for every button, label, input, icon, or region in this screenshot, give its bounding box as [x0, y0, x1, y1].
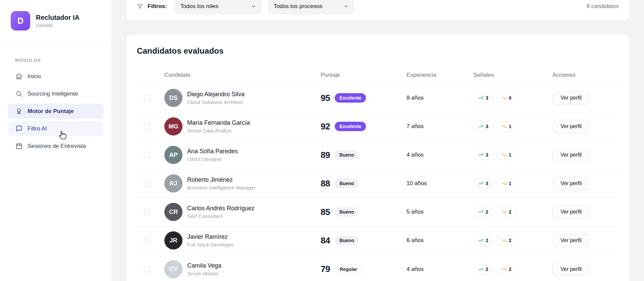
row-checkbox[interactable]	[144, 209, 150, 215]
view-profile-button[interactable]: Ver perfil	[552, 148, 590, 162]
role-filter-dropdown[interactable]: Todos los roles	[174, 0, 262, 14]
col-senales: Señales	[473, 72, 552, 78]
trending-up-icon	[478, 124, 483, 129]
col-acciones: Acciones	[552, 72, 619, 78]
score-value: 79	[321, 264, 330, 274]
sidebar-item-label: Sesiones de Entrevista	[28, 143, 86, 150]
signal-up-count: 2	[486, 238, 488, 243]
sidebar-item-sourcing-inteligente[interactable]: Sourcing Inteligente	[8, 86, 103, 101]
brand: D Reclutador IA Deloitte	[0, 0, 111, 43]
signal-down-count: 0	[509, 95, 512, 101]
signal-up-count: 2	[486, 267, 488, 272]
signal-up-chip: 3	[473, 178, 493, 188]
row-checkbox[interactable]	[144, 95, 150, 101]
sidebar-item-label: Filtro AI	[28, 125, 47, 132]
score-badge: Bueno	[335, 179, 359, 188]
experience-value: 8 años	[407, 95, 473, 101]
sidebar-item-filtro-ai[interactable]: Filtro AI	[8, 121, 103, 136]
chevron-down-icon	[343, 4, 349, 9]
sidebar-item-label: Motor de Puntaje	[28, 108, 74, 115]
row-checkbox[interactable]	[144, 152, 150, 158]
trending-up-icon	[478, 209, 483, 215]
view-profile-button[interactable]: Ver perfil	[552, 234, 590, 247]
view-profile-button[interactable]: Ver perfil	[552, 263, 590, 276]
app-name: Reclutador IA	[36, 14, 79, 21]
view-profile-button[interactable]: Ver perfil	[552, 120, 590, 133]
candidate-role: SAP Consultant	[187, 213, 255, 219]
filter-bar: Filtros: Todos los roles Todos los proce…	[126, 0, 629, 21]
signal-up-count: 3	[486, 181, 488, 186]
table-row: CR Carlos Andrés Rodríguez SAP Consultan…	[137, 198, 619, 226]
signal-up-chip: 2	[473, 235, 493, 245]
process-filter-value: Todos los procesos	[274, 3, 323, 10]
filter-funnel-icon	[137, 3, 143, 9]
score-value: 92	[321, 121, 330, 132]
trending-down-icon	[501, 124, 506, 129]
signal-up-count: 2	[486, 209, 488, 215]
avatar: JR	[164, 231, 182, 249]
signal-up-chip: 2	[473, 207, 493, 217]
experience-value: 7 años	[407, 123, 473, 130]
candidate-role: Business Intelligence Manager	[187, 185, 256, 190]
trending-up-icon	[478, 95, 483, 101]
trending-down-icon	[501, 152, 506, 158]
experience-value: 5 años	[407, 209, 473, 215]
sidebar-item-sesiones-de-entrevista[interactable]: Sesiones de Entrevista	[8, 138, 103, 154]
candidate-role: UX/UI Designer	[187, 156, 238, 162]
view-profile-button[interactable]: Ver perfil	[552, 205, 590, 219]
sidebar-item-inicio[interactable]: Inicio	[8, 69, 103, 84]
calendar-icon	[15, 143, 22, 150]
score-value: 88	[321, 178, 330, 189]
row-checkbox[interactable]	[144, 123, 150, 130]
candidate-count: 8 candidatos	[587, 3, 619, 10]
signal-down-count: 1	[509, 124, 512, 129]
score-badge: Regular	[335, 264, 362, 274]
score-badge: Bueno	[335, 207, 359, 217]
avatar: CR	[164, 203, 182, 221]
row-checkbox[interactable]	[144, 237, 150, 244]
score-badge: Bueno	[335, 150, 359, 160]
candidate-role: Scrum Master	[187, 271, 221, 276]
signal-down-chip: 2	[496, 264, 516, 274]
award-icon	[15, 108, 22, 115]
candidate-name: Carlos Andrés Rodríguez	[187, 205, 255, 212]
avatar: DS	[164, 89, 182, 107]
nav-section-label: MÓDULOS	[15, 58, 103, 63]
candidates-card: Candidatos evaluados Candidato Puntaje E…	[126, 35, 629, 281]
sidebar-items: Inicio Sourcing Inteligente Motor de Pun…	[8, 69, 103, 154]
signal-up-count: 3	[486, 124, 488, 129]
candidate-role: Cloud Solutions Architect	[187, 99, 245, 105]
process-filter-dropdown[interactable]: Todos los procesos	[268, 0, 354, 14]
trending-down-icon	[501, 238, 506, 243]
chat-icon	[15, 125, 22, 132]
score-badge: Excelente	[335, 93, 366, 103]
trending-up-icon	[478, 267, 483, 272]
experience-value: 6 años	[407, 237, 473, 244]
trending-down-icon	[501, 267, 506, 272]
table-row: DS Diego Alejandro Silva Cloud Solutions…	[137, 84, 619, 112]
candidate-name: Roberto Jiménez	[187, 176, 256, 183]
view-profile-button[interactable]: Ver perfil	[552, 177, 590, 190]
signal-up-chip: 2	[473, 264, 493, 274]
home-icon	[15, 73, 22, 80]
signal-down-chip: 1	[496, 178, 516, 188]
signal-up-chip: 3	[473, 93, 493, 103]
candidate-name: Diego Alejandro Silva	[187, 91, 245, 98]
sidebar-item-label: Sourcing Inteligente	[28, 91, 78, 97]
row-checkbox[interactable]	[144, 266, 150, 272]
trending-up-icon	[478, 152, 483, 158]
signal-up-count: 3	[486, 152, 488, 158]
avatar: CV	[164, 260, 182, 278]
table-row: JR Javier Ramírez Full Stack Developer 8…	[137, 226, 619, 255]
candidate-name: María Fernanda García	[187, 119, 250, 126]
score-value: 85	[321, 207, 330, 217]
sidebar-nav: MÓDULOS Inicio Sourcing Inteligente Moto…	[0, 58, 111, 154]
signal-down-count: 1	[509, 181, 512, 186]
table-row: MG María Fernanda García Senior Data Ana…	[137, 112, 619, 141]
trending-up-icon	[478, 181, 483, 186]
sidebar-item-motor-de-puntaje[interactable]: Motor de Puntaje	[8, 104, 103, 119]
view-profile-button[interactable]: Ver perfil	[552, 91, 590, 105]
row-checkbox[interactable]	[144, 180, 150, 187]
signal-down-chip: 1	[496, 121, 516, 131]
col-experiencia: Experiencia	[407, 72, 473, 78]
